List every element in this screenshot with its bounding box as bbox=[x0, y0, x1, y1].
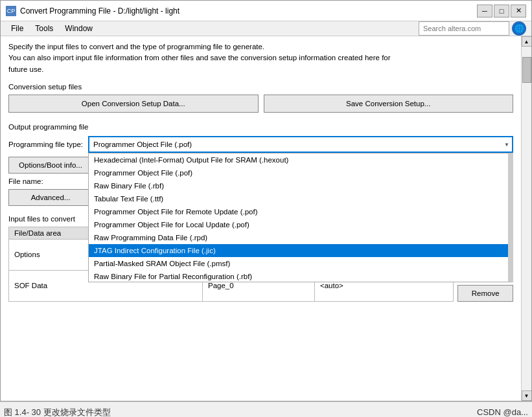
conversion-setup-label: Conversion setup files bbox=[8, 83, 513, 91]
caption-text: 图 1.4- 30 更改烧录文件类型 bbox=[4, 407, 111, 418]
output-section-label: Output programming file bbox=[8, 123, 513, 131]
desc-line1: Specify the input files to convert and t… bbox=[8, 41, 513, 52]
window-icon: CP bbox=[6, 6, 16, 16]
search-input[interactable] bbox=[419, 21, 509, 36]
save-conversion-button[interactable]: Save Conversion Setup... bbox=[264, 95, 514, 113]
options-boot-button[interactable]: Options/Boot info... bbox=[8, 157, 93, 174]
dropdown-item-4[interactable]: Programmer Object File for Remote Update… bbox=[89, 205, 508, 218]
close-button[interactable]: ✕ bbox=[511, 5, 526, 17]
menu-tools[interactable]: Tools bbox=[30, 23, 58, 34]
dropdown-arrow-icon: ▼ bbox=[504, 141, 509, 147]
caption-watermark: CSDN @da... bbox=[477, 407, 528, 417]
description-block: Specify the input files to convert and t… bbox=[8, 41, 513, 75]
advanced-button[interactable]: Advanced... bbox=[8, 189, 93, 206]
menu-window[interactable]: Window bbox=[60, 23, 98, 34]
dropdown-item-5[interactable]: Programmer Object File for Local Update … bbox=[89, 218, 508, 231]
dropdown-selected-value[interactable]: Programmer Object File (.pof) ▼ bbox=[88, 136, 513, 153]
dropdown-selected-text: Programmer Object File (.pof) bbox=[93, 141, 192, 148]
maximize-button[interactable]: □ bbox=[494, 5, 509, 17]
dropdown-item-3[interactable]: Tabular Text File (.ttf) bbox=[89, 192, 508, 205]
window-title: Convert Programming File - D:/light/ligh… bbox=[20, 6, 179, 16]
dropdown-item-8[interactable]: Partial-Masked SRAM Object File (.pmsf) bbox=[89, 257, 508, 270]
desc-line2: You can also import input file informati… bbox=[8, 52, 513, 63]
search-globe-icon[interactable]: 🌐 bbox=[512, 21, 526, 36]
dropdown-list: Hexadecimal (Intel-Format) Output File f… bbox=[88, 153, 513, 282]
pf-type-label: Programming file type: bbox=[8, 141, 83, 148]
dropdown-item-7[interactable]: JTAG Indirect Configuration File (.jic) bbox=[89, 244, 508, 257]
scroll-up-button[interactable]: ▲ bbox=[522, 36, 532, 47]
dropdown-item-1[interactable]: Programmer Object File (.pof) bbox=[89, 166, 508, 179]
scrollbar[interactable]: ▲ ▼ bbox=[521, 36, 531, 401]
minimize-button[interactable]: ─ bbox=[477, 5, 492, 17]
dropdown-item-2[interactable]: Raw Binary File (.rbf) bbox=[89, 179, 508, 192]
desc-line3: future use. bbox=[8, 64, 513, 75]
menu-file[interactable]: File bbox=[6, 23, 29, 34]
dropdown-item-6[interactable]: Raw Programming Data File (.rpd) bbox=[89, 231, 508, 244]
dropdown-item-9[interactable]: Raw Binary File for Partial Reconfigurat… bbox=[89, 270, 508, 282]
scroll-thumb[interactable] bbox=[522, 57, 531, 83]
file-name-label: File name: bbox=[8, 177, 93, 185]
scroll-down-button[interactable]: ▼ bbox=[522, 390, 532, 401]
pf-type-dropdown[interactable]: Programmer Object File (.pof) ▼ Hexadeci… bbox=[88, 136, 513, 153]
remove-button[interactable]: Remove bbox=[457, 285, 513, 302]
open-conversion-button[interactable]: Open Conversion Setup Data... bbox=[8, 95, 259, 113]
dropdown-item-0[interactable]: Hexadecimal (Intel-Format) Output File f… bbox=[89, 153, 508, 166]
